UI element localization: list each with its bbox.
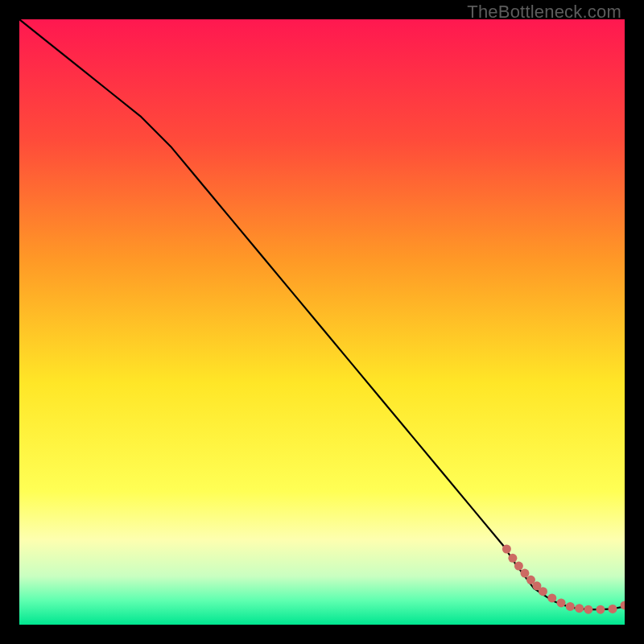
scatter-point	[608, 605, 617, 613]
scatter-point	[539, 587, 547, 596]
scatter-point	[575, 604, 584, 613]
scatter-point	[502, 545, 511, 554]
scatter-point	[557, 598, 566, 607]
scatter-point	[596, 605, 605, 614]
chart-background	[19, 19, 625, 625]
scatter-point	[566, 602, 575, 611]
chart-frame	[19, 19, 625, 625]
scatter-point	[547, 593, 556, 602]
chart-svg	[19, 19, 625, 625]
scatter-point	[584, 605, 592, 614]
scatter-point	[520, 569, 529, 578]
scatter-point	[508, 554, 517, 563]
scatter-point	[514, 562, 523, 571]
